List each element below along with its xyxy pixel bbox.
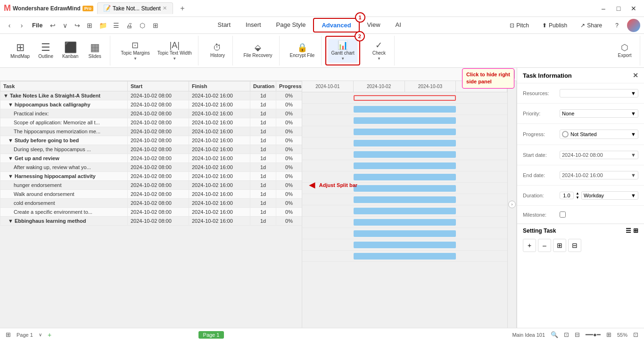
gantt-bar[interactable]: [354, 185, 456, 192]
zoom-in-button[interactable]: +: [495, 70, 504, 79]
topic-margins-dropdown[interactable]: ▼: [133, 57, 137, 61]
table-row[interactable]: After waking up, review what yo... 2024-…: [0, 163, 302, 172]
pitch-button[interactable]: ⊡ Pitch: [505, 20, 534, 31]
gantt-bar[interactable]: [354, 117, 456, 124]
zoom-out-status[interactable]: ⊟: [575, 331, 580, 338]
encrypt-file-button[interactable]: 🔒 Encrypt File: [287, 41, 318, 60]
export-button[interactable]: ⬡ Export: [613, 41, 636, 60]
menu-icon[interactable]: ☰: [110, 20, 122, 31]
kanban-button[interactable]: ⬛ Kanban: [59, 41, 82, 61]
gantt-bar[interactable]: [354, 95, 456, 101]
gantt-chart-button[interactable]: 📊 Gantt chart ▼: [328, 39, 357, 63]
table-row[interactable]: ▼ Get up and review 2024-10-02 08:00 202…: [0, 154, 302, 163]
new-icon[interactable]: ⊞: [84, 20, 95, 31]
remove-task-icon[interactable]: –: [538, 239, 551, 252]
zoom-out-button[interactable]: –: [485, 70, 494, 79]
publish-button[interactable]: ⬆ Publish: [537, 20, 572, 31]
maximize-button[interactable]: □: [612, 3, 625, 14]
print-icon[interactable]: 🖨: [124, 20, 135, 31]
table-row[interactable]: Practical index: 2024-10-02 08:00 2024-1…: [0, 109, 302, 118]
gantt-bar[interactable]: [354, 162, 456, 169]
tab-ai[interactable]: AI: [388, 18, 409, 32]
redo-button[interactable]: ↪: [72, 20, 83, 31]
tab-page-style[interactable]: Page Style: [269, 18, 314, 32]
priority-select[interactable]: None ▼: [560, 109, 638, 118]
file-recovery-button[interactable]: ⬙ File Recovery: [240, 41, 275, 60]
table-row[interactable]: Create a specific environment to... 2024…: [0, 208, 302, 217]
table-row[interactable]: cold endorsement 2024-10-02 08:00 2024-1…: [0, 199, 302, 208]
topic-text-dropdown[interactable]: ▼: [173, 57, 176, 61]
fullscreen-icon[interactable]: ⊡: [633, 331, 638, 338]
nav-fwd-button[interactable]: ›: [16, 20, 27, 31]
split-bar[interactable]: ›: [507, 81, 517, 328]
gantt-bar[interactable]: [354, 151, 456, 158]
table-row[interactable]: ▼ Take Notes Like a Straight-A Student 2…: [0, 91, 302, 100]
tab-insert[interactable]: Insert: [238, 18, 269, 32]
add-page-icon[interactable]: +: [48, 331, 51, 339]
tab-advanced[interactable]: Advanced 1: [313, 18, 359, 32]
duration-down[interactable]: ▼: [576, 196, 579, 200]
table-task-icon[interactable]: ⊟: [568, 239, 581, 252]
active-page-tab[interactable]: Page 1: [198, 331, 224, 339]
table-row[interactable]: Scope of application: Memorize all t... …: [0, 118, 302, 127]
grid-task-icon[interactable]: ⊞: [553, 239, 566, 252]
add-task-icon[interactable]: +: [523, 239, 536, 252]
close-gantt-button[interactable]: ✕: [505, 70, 515, 79]
gantt-bar[interactable]: [354, 140, 456, 146]
table-row[interactable]: The hippocampus memorization me... 2024-…: [0, 127, 302, 136]
gantt-bar[interactable]: [354, 174, 456, 180]
start-date-picker[interactable]: 2024-10-02 08:00 ▼: [560, 151, 638, 159]
table-row[interactable]: During sleep, the hippocampus ... 2024-1…: [0, 145, 302, 154]
gantt-bar[interactable]: [354, 196, 456, 203]
table-row[interactable]: ▼ hippocampus back calligraphy 2024-10-0…: [0, 100, 302, 109]
history-button[interactable]: ⏱ History: [206, 41, 229, 60]
tab-close-icon[interactable]: ✕: [163, 5, 167, 11]
gantt-bar[interactable]: [354, 106, 456, 113]
gantt-dropdown[interactable]: ▼: [341, 57, 345, 61]
gantt-bar[interactable]: [354, 242, 456, 248]
open-icon[interactable]: 📁: [97, 20, 108, 31]
table-row[interactable]: ▼ Study before going to bed 2024-10-02 0…: [0, 136, 302, 145]
setting-list-icon[interactable]: ☰: [626, 227, 631, 234]
duration-up[interactable]: ▲: [576, 192, 579, 195]
duration-stepper[interactable]: ▲ ▼: [576, 192, 579, 200]
tab-start[interactable]: Start: [210, 18, 238, 32]
new-tab-button[interactable]: +: [177, 3, 188, 14]
layout-icon[interactable]: ⊞: [6, 331, 11, 338]
share-button[interactable]: ↗ Share: [576, 20, 607, 31]
check-button[interactable]: ✓ Check ▼: [368, 39, 390, 63]
check-dropdown[interactable]: ▼: [377, 57, 381, 61]
table-row[interactable]: ▼ Ebbinghaus learning method 2024-10-02 …: [0, 217, 302, 226]
gantt-bar[interactable]: [354, 208, 456, 214]
topic-text-width-button[interactable]: |A| Topic Text Width ▼: [155, 39, 195, 63]
slides-button[interactable]: ▦ Slides: [83, 41, 106, 61]
gantt-bar[interactable]: [354, 219, 456, 226]
close-panel-button[interactable]: ✕: [633, 72, 638, 79]
outline-button[interactable]: ☰ Outline: [34, 41, 57, 61]
setting-grid-icon[interactable]: ⊞: [633, 227, 638, 234]
page-dropdown[interactable]: ∨: [39, 332, 42, 337]
user-avatar[interactable]: [627, 19, 640, 32]
gantt-bar[interactable]: [354, 253, 456, 260]
milestone-checkbox[interactable]: [560, 211, 566, 218]
minimize-button[interactable]: –: [597, 3, 610, 14]
progress-select[interactable]: Not Started ▼: [560, 130, 638, 139]
app-tab[interactable]: 📝 Take Not... Student ✕: [97, 2, 173, 14]
gantt-bar[interactable]: [354, 230, 456, 237]
zoom-search-icon[interactable]: 🔍: [551, 331, 558, 338]
resources-select[interactable]: ▼: [560, 89, 638, 97]
collapse-panel-button[interactable]: ›: [508, 201, 516, 208]
zoom-fit-icon[interactable]: ⊡: [564, 331, 569, 338]
help-button[interactable]: ?: [611, 20, 623, 31]
table-row[interactable]: Walk around endorsement 2024-10-02 08:00…: [0, 190, 302, 199]
undo-button[interactable]: ↩: [47, 20, 58, 31]
end-date-picker[interactable]: 2024-10-02 16:00 ▼: [560, 171, 638, 179]
duration-unit-select[interactable]: Workday ▼: [581, 191, 638, 200]
close-button[interactable]: ✕: [627, 3, 640, 14]
undo-dropdown[interactable]: ∨: [59, 20, 71, 31]
nav-back-button[interactable]: ‹: [4, 20, 15, 31]
file-menu[interactable]: File: [28, 20, 46, 31]
gantt-bar[interactable]: [354, 129, 456, 135]
topic-margins-button[interactable]: ⊡ Topic Margins ▼: [118, 39, 153, 63]
mindmap-button[interactable]: ⊞ MindMap: [8, 41, 33, 61]
